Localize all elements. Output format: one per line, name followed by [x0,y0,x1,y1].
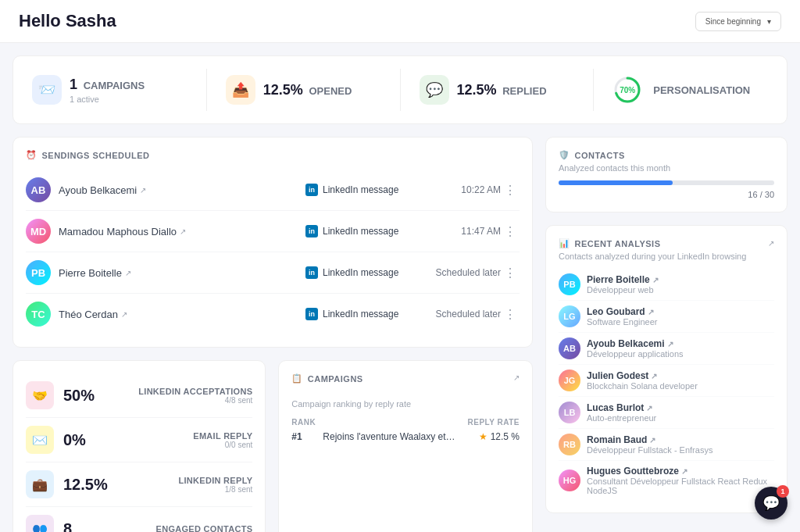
sending-name: Mamadou Maphous Diallo ↗ [59,226,305,237]
sending-row: TC Théo Cerdan ↗ in LinkedIn message Sch… [26,294,520,334]
metric-value: 0% [63,431,86,449]
avatar: JG [559,370,580,391]
analysis-sub: Contacts analyzed during your LinkedIn b… [559,252,774,261]
contact-name: Romain Baud ↗ [587,434,712,445]
campaigns-sub-text: Campaign ranking by reply rate [291,399,520,409]
analysis-title: 📊 RECENT ANALYSIS [559,238,660,248]
contact-external-link[interactable]: ↗ [140,186,146,195]
contact-external-link[interactable]: ↗ [180,227,186,236]
campaign-rate: ★ 12.5 % [457,431,520,442]
sendings-card: ⏰ SENDINGS SCHEDULED AB Ayoub Belkacemi … [12,137,533,348]
metric-icon: 👥 [26,515,54,532]
more-options-button[interactable]: ⋮ [501,180,520,199]
contact-title: Développeur applications [587,349,684,359]
contacts-progress-bar [559,180,774,185]
stat-personalisation: 70% PERSONALISATION [594,69,787,111]
more-options-button[interactable]: ⋮ [501,263,520,282]
contact-external-link[interactable]: ↗ [121,310,127,319]
contacts-section-title: 🛡️ CONTACTS [559,150,625,160]
chart-icon: 📊 [559,238,570,248]
replied-label: REPLIED [502,85,546,97]
more-options-button[interactable]: ⋮ [501,222,520,241]
contact-ext-link[interactable]: ↗ [646,404,652,412]
sending-channel: in LinkedIn message [305,308,415,320]
date-filter-label: Since beginning [705,17,761,26]
metric-icon: ✉️ [26,426,54,454]
metric-item: ✉️ 0% EMAIL REPLY 0/0 sent [26,418,252,462]
linkedin-icon: in [305,266,318,279]
avatar: TC [26,302,51,327]
contact-ext-link[interactable]: ↗ [667,340,673,348]
contact-title: Consultant Développeur Fullstack React R… [587,477,774,495]
sending-channel: in LinkedIn message [305,225,415,237]
contact-info: Leo Goubard ↗ Software Engineer [587,306,658,327]
avatar: PB [26,260,51,285]
contact-info: Romain Baud ↗ Développeur Fullstack - En… [587,434,712,455]
sending-time: 11:47 AM [415,226,501,237]
contact-info: Pierre Boitelle ↗ Développeur web [587,274,659,295]
opened-label: OPENED [309,85,352,97]
sending-row: AB Ayoub Belkacemi ↗ in LinkedIn message… [26,170,520,211]
contact-row: LG Leo Goubard ↗ Software Engineer [559,301,774,333]
metric-sub: 0/0 sent [95,441,252,449]
campaigns-section-title: 📋 CAMPAIGNS [291,373,362,384]
contact-ext-link[interactable]: ↗ [651,372,657,380]
contact-name: Leo Goubard ↗ [587,306,658,317]
linkedin-icon: in [305,308,318,320]
contact-ext-link[interactable]: ↗ [681,467,688,476]
contact-title: Développeur web [587,285,659,295]
avatar: HG [559,470,580,491]
sending-name: Pierre Boitelle ↗ [59,267,305,279]
stat-opened: 📤 12.5% OPENED [207,69,401,111]
metric-sub: 4/8 sent [104,396,252,405]
campaigns-sub: 1 active [70,95,145,104]
campaigns-icon2: 📋 [291,373,303,384]
linkedin-icon: in [305,225,318,237]
avatar: MD [26,219,51,244]
contacts-card: 🛡️ CONTACTS Analyzed contacts this month… [545,137,788,212]
contact-info: Julien Godest ↗ Blockchain Solana develo… [587,370,698,391]
sending-time: Scheduled later [415,309,501,320]
metric-label: LINKEDIN REPLY [117,476,253,485]
contact-info: Hugues Gouttebroze ↗ Consultant Développ… [587,466,774,495]
contact-name: Lucas Burlot ↗ [587,402,656,413]
avatar: AB [559,337,580,359]
contact-row: LB Lucas Burlot ↗ Auto-entrepreneur [559,397,774,429]
metric-item: 🤝 50% LINKEDIN ACCEPTATIONS 4/8 sent [26,373,252,418]
avatar: LG [559,305,580,327]
contact-ext-link[interactable]: ↗ [648,308,654,316]
campaign-rank: #1 [291,431,323,442]
sending-name: Ayoub Belkacemi ↗ [59,184,305,196]
metric-label: ENGAGED CONTACTS [81,524,252,532]
metric-value: 12.5% [63,476,108,494]
personalisation-label: PERSONALISATION [653,84,750,96]
contact-row: HG Hugues Gouttebroze ↗ Consultant Dével… [559,461,774,500]
chat-button[interactable]: 💬 1 [755,487,788,520]
campaigns-card: 📋 CAMPAIGNS ↗ Campaign ranking by reply … [278,360,533,532]
metrics-card: 🤝 50% LINKEDIN ACCEPTATIONS 4/8 sent ✉️ … [12,360,266,532]
contact-name: Hugues Gouttebroze ↗ [587,466,774,477]
stats-bar: 📨 1 CAMPAIGNS 1 active 📤 12.5% OPENED 💬 … [12,55,788,124]
replied-value: 12.5% [457,82,497,98]
col-rate-header: REPLY RATE [457,418,520,427]
campaigns-icon: 📨 [32,75,62,105]
campaigns-external-link[interactable]: ↗ [513,373,520,382]
metric-sub: 1/8 sent [117,485,253,494]
clock-icon: ⏰ [26,150,38,160]
metric-icon: 🤝 [26,381,54,409]
contact-ext-link[interactable]: ↗ [652,276,659,284]
sendings-title: ⏰ SENDINGS SCHEDULED [26,150,520,160]
star-icon: ★ [479,431,488,442]
contact-ext-link[interactable]: ↗ [649,436,655,445]
analysis-external-link[interactable]: ↗ [768,239,774,248]
campaign-name: Rejoins l'aventure Waalaxy et devient no… [323,431,457,442]
contact-external-link[interactable]: ↗ [125,269,131,277]
sending-row: PB Pierre Boitelle ↗ in LinkedIn message… [26,252,520,294]
metric-item: 👥 8 ENGAGED CONTACTS [26,507,252,532]
stat-replied: 💬 12.5% REPLIED [401,69,595,111]
contacts-progress-label: 16 / 30 [559,190,774,199]
date-filter-dropdown[interactable]: Since beginning ▾ [695,12,781,31]
avatar: RB [559,434,580,455]
chevron-down-icon: ▾ [767,17,771,26]
more-options-button[interactable]: ⋮ [501,305,520,323]
